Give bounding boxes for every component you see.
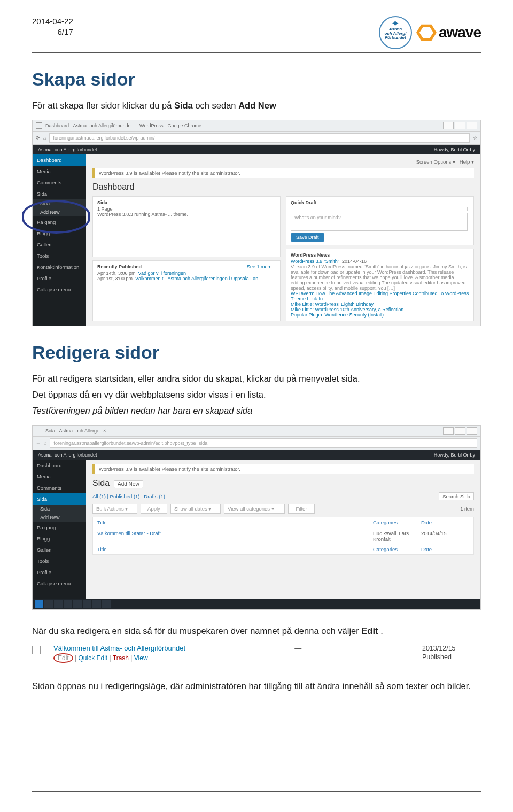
- panel-title-dashboard: Dashboard: [92, 182, 474, 192]
- browser-chrome: Sida - Astma- och Allergi... ×: [33, 426, 480, 437]
- wp-adminbar: Astma- och Allergiförbundet Howdy, Berti…: [33, 145, 480, 154]
- sidebar-item-blogg[interactable]: Blogg: [33, 533, 86, 544]
- table-row[interactable]: Välkommen till Statar - Draft Hudiksvall…: [93, 528, 473, 544]
- action-edit[interactable]: Edit: [53, 653, 73, 663]
- save-draft-button[interactable]: Save Draft: [291, 233, 324, 242]
- p-edit-3: Testföreningen på bilden nedan har bara …: [32, 405, 481, 417]
- action-quick-edit[interactable]: Quick Edit: [78, 654, 107, 662]
- heading-skapa-sidor: Skapa sidor: [32, 69, 481, 90]
- p-edit-2: Det öppnas då en vy där webbplatsens sid…: [32, 389, 481, 401]
- sidebar-item-galleri[interactable]: Galleri: [33, 239, 86, 250]
- p-final: Sidan öppnas nu i redigeringsläge, där a…: [32, 680, 481, 693]
- date-filter-select[interactable]: Show all dates ▾: [170, 504, 221, 514]
- sidebar-item-collapse[interactable]: Collapse menu: [33, 284, 86, 295]
- screenshot-dashboard: Dashboard - Astma- och Allergiförbundet …: [32, 120, 481, 326]
- sidebar-item-media[interactable]: Media: [33, 166, 86, 177]
- sidebar-item-galleri[interactable]: Galleri: [33, 544, 86, 555]
- draft-title-input[interactable]: [291, 207, 468, 211]
- panel-title-sida: Sida: [92, 478, 110, 488]
- pages-table: Title Categories Date Välkommen till Sta…: [92, 517, 474, 555]
- window-controls: [443, 427, 477, 435]
- wp-adminbar: Astma- och Allergiförbundet Howdy, Berti…: [33, 450, 480, 460]
- favicon-icon: [36, 122, 42, 129]
- bulk-actions-select[interactable]: Bulk Actions ▾: [92, 504, 137, 514]
- hex-icon: [416, 24, 437, 42]
- sidebar-subitem-sida[interactable]: Sida: [33, 199, 86, 208]
- page-header: 2014-04-22 6/17 ✦ Astma och Allergi Förb…: [32, 16, 481, 49]
- wp-sidebar: Dashboard Media Comments Sida Sida Add N…: [33, 460, 86, 599]
- wp-content: Screen Options ▾ Help ▾ WordPress 3.9 is…: [86, 154, 480, 326]
- sidebar-item-sida[interactable]: Sida: [33, 493, 86, 505]
- heading-redigera-sidor: Redigera sidor: [32, 342, 481, 363]
- url-field[interactable]: foreningar.astmaoallergiforbundet.se/wp-…: [50, 438, 477, 448]
- sidebar-item-dashboard[interactable]: Dashboard: [33, 154, 86, 166]
- home-icon: ⌂: [44, 440, 46, 446]
- sidebar-item-tools[interactable]: Tools: [33, 555, 86, 567]
- start-icon[interactable]: [35, 600, 43, 608]
- draft-body-input[interactable]: What's on your mind?: [291, 213, 468, 231]
- see-more-link[interactable]: See 1 more...: [247, 264, 276, 270]
- table-footer: Title Categories Date: [93, 544, 473, 554]
- row-meta: 2013/12/15 Published: [422, 644, 481, 662]
- add-new-button[interactable]: Add New: [114, 480, 143, 488]
- screenshot-row-edit: Välkommen till Astma- och Allergiförbund…: [32, 641, 481, 666]
- row-author: —: [294, 644, 301, 652]
- footer-rule: [32, 791, 481, 792]
- wp-site-name[interactable]: Astma- och Allergiförbundet: [38, 147, 97, 152]
- address-bar: ← ⌂ foreningar.astmaoallergiforbundet.se…: [33, 437, 480, 450]
- favicon-icon: [36, 428, 42, 434]
- back-icon[interactable]: ←: [36, 440, 41, 446]
- address-bar: ⟳ ⌂ foreningar.astmaoallergiforbundet.se…: [33, 132, 480, 145]
- p-skapa-1: För att skapa fler sidor klickar du på S…: [32, 99, 481, 112]
- item-count: 1 item: [460, 506, 474, 512]
- row-checkbox[interactable]: [32, 646, 41, 654]
- sidebar-item-profile[interactable]: Profile: [33, 273, 86, 284]
- wp-user-greeting[interactable]: Howdy, Bertil Orrby: [434, 452, 475, 458]
- sidebar-item-blogg[interactable]: Blogg: [33, 228, 86, 239]
- header-date: 2014-04-22: [32, 16, 73, 27]
- sidebar-item-pagang[interactable]: Pa gang: [33, 522, 86, 533]
- sidebar-item-collapse[interactable]: Collapse menu: [33, 578, 86, 589]
- wp-site-name[interactable]: Astma- och Allergiförbundet: [38, 452, 97, 458]
- apply-button[interactable]: Apply: [141, 504, 167, 514]
- sidebar-item-comments[interactable]: Comments: [33, 177, 86, 188]
- filter-button[interactable]: Filter: [288, 504, 315, 514]
- awave-logo: awave: [416, 24, 481, 42]
- sidebar-item-comments[interactable]: Comments: [33, 482, 86, 493]
- sidebar-item-profile[interactable]: Profile: [33, 567, 86, 578]
- wp-news-box: WordPress News WordPress 3.9 “Smith” 201…: [286, 249, 474, 321]
- update-notice: WordPress 3.9 is available! Please notif…: [92, 168, 474, 178]
- screen-options-toggle[interactable]: Screen Options ▾: [416, 159, 455, 165]
- help-toggle[interactable]: Help ▾: [460, 159, 474, 165]
- p-edit-4: När du ska redigera en sida så för du mu…: [32, 625, 481, 638]
- sidebar-item-kontakt[interactable]: Kontaktinformation: [33, 261, 86, 273]
- sidebar-subitem-addnew[interactable]: Add New: [33, 208, 86, 216]
- star-icon: ☆: [473, 135, 477, 141]
- window-controls: [443, 122, 477, 129]
- update-notice: WordPress 3.9 is available! Please notif…: [92, 464, 474, 474]
- url-field[interactable]: foreningar.astmaoallergiforbundet.se/wp-…: [49, 133, 470, 143]
- wp-content: WordPress 3.9 is available! Please notif…: [86, 460, 480, 599]
- action-view[interactable]: View: [134, 654, 148, 662]
- home-icon: ⌂: [43, 135, 46, 141]
- sidebar-item-dashboard[interactable]: Dashboard: [33, 460, 86, 471]
- windows-taskbar: [33, 599, 480, 609]
- activity-box: Recently Published See 1 more... Apr 14t…: [92, 260, 281, 321]
- table-header: Title Categories Date: [93, 517, 473, 528]
- action-trash[interactable]: Trash: [113, 654, 129, 662]
- sidebar-item-pagang[interactable]: Pa gang: [33, 216, 86, 228]
- sidebar-item-sida[interactable]: Sida: [33, 188, 86, 199]
- row-actions: Edit | Quick Edit | Trash | View: [53, 653, 185, 663]
- sidebar-item-tools[interactable]: Tools: [33, 250, 86, 261]
- sidebar-subitem-addnew[interactable]: Add New: [33, 513, 86, 522]
- sidebar-item-media[interactable]: Media: [33, 471, 86, 482]
- status-filters[interactable]: All (1) | Published (1) | Drafts (1): [92, 493, 165, 499]
- header-page-no: 6/17: [32, 27, 73, 37]
- category-filter-select[interactable]: View all categories ▾: [224, 504, 285, 514]
- wp-user-greeting[interactable]: Howdy, Bertil Orrby: [434, 147, 475, 152]
- search-sida-button[interactable]: Search Sida: [439, 492, 474, 500]
- sidebar-subitem-sida[interactable]: Sida: [33, 505, 86, 513]
- quick-draft-box: Quick Draft What's on your mind? Save Dr…: [286, 196, 474, 245]
- at-a-glance-box: Sida 1 Page WordPress 3.8.3 running Astm…: [92, 196, 281, 257]
- page-title-link[interactable]: Välkommen till Astma- och Allergiförbund…: [53, 644, 185, 652]
